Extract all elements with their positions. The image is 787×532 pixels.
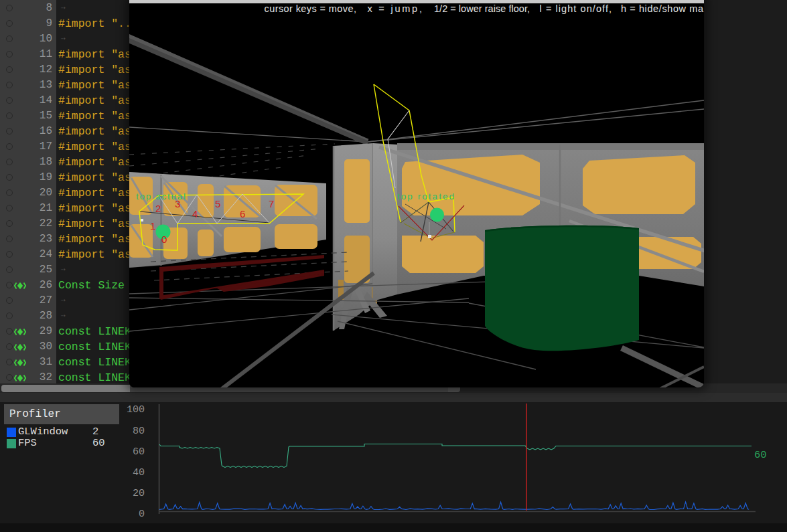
svg-text:0: 0 xyxy=(161,234,167,245)
svg-text:x = jump,: x = jump, xyxy=(368,3,423,14)
svg-text:top rotated: top rotated xyxy=(397,191,454,201)
svg-text:60: 60 xyxy=(754,449,767,461)
svg-text:5: 5 xyxy=(215,198,220,209)
svg-text:2: 2 xyxy=(155,203,161,214)
svg-text:6: 6 xyxy=(240,208,245,219)
svg-text:3: 3 xyxy=(175,198,180,209)
svg-text:cursor keys = move,: cursor keys = move, xyxy=(265,3,357,14)
svg-text:1/2 = lower raise floor,: 1/2 = lower raise floor, xyxy=(434,3,530,14)
svg-text:h = hide/show ma: h = hide/show ma xyxy=(621,3,704,14)
svg-text:l = light on/off,: l = light on/off, xyxy=(540,3,612,14)
svg-text:1: 1 xyxy=(150,220,155,232)
svg-text:4: 4 xyxy=(192,208,198,219)
svg-text:7: 7 xyxy=(269,198,274,209)
